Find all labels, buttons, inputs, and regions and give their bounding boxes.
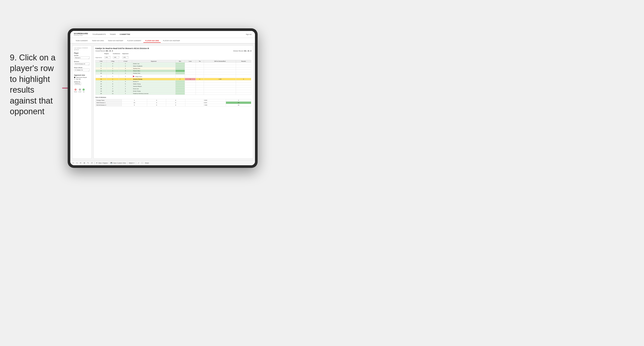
view-original-label: View: Original	[98, 162, 108, 164]
out-of-division-table: Foreign Team 1 0 0 4.500 2 NAIA Division…	[96, 99, 251, 106]
save-icon: 💾	[110, 162, 112, 164]
out-of-division-header: Out of division	[96, 97, 251, 98]
col-loss: Loss	[185, 60, 196, 63]
table-row[interactable]: 5 2 2 Alexis Sudjianto	[96, 65, 251, 67]
table-row[interactable]: 18 2 2 Euna Lee	[96, 88, 251, 90]
colour-by: Colour by Win/loss	[74, 81, 90, 87]
opponent-label: Opponent	[122, 53, 128, 54]
nav-committee[interactable]: COMMITTEE	[120, 32, 130, 36]
table-row[interactable]: 10 6 3 Andrea York	[96, 72, 251, 75]
radio-opponents-played-circle	[74, 77, 75, 78]
division-dropdown[interactable]: NCAA Division III	[74, 63, 90, 65]
region-dropdown[interactable]: (All)	[104, 56, 111, 59]
toolbar-divider	[94, 162, 95, 165]
share-button[interactable]: Share	[145, 162, 149, 164]
opponent-dropdown[interactable]: (All)	[122, 56, 128, 59]
player-rank-group: Player (Rank) 8. Katelyn Vo	[74, 67, 90, 73]
table-row[interactable]: 13 1 1 ▶Heejo Hyun	[96, 75, 251, 78]
col-tie: Tie	[196, 60, 204, 63]
region-label: Region	[104, 53, 111, 54]
instruction-body: Click on a player's row to highlight res…	[10, 53, 56, 116]
legend-down-label: Down	[74, 91, 77, 92]
watch-button[interactable]: Watch ▾	[129, 162, 134, 164]
conference-filter: Conference (All)	[113, 53, 120, 59]
division-group: Division NCAA Division III	[74, 61, 90, 67]
conference-label: Conference	[113, 53, 120, 54]
opponent-view-title: Opponent view	[74, 74, 90, 76]
table-row[interactable]: 14 7 4 Eunice Yi	[96, 80, 251, 83]
table-row[interactable]: 6 1 3 Sydney Kuo	[96, 67, 251, 70]
colour-by-dropdown[interactable]: Win/loss	[74, 82, 81, 85]
bottom-toolbar: ↩ ↪ ⟳ ⊞ ✎ ⏱ 👁 View: Original 💾 Save Cust…	[70, 161, 255, 165]
col-conf: # Conf	[119, 60, 132, 63]
division-record: Division Record: 331 - 34 - 6	[233, 50, 251, 52]
division-record-value: 331 - 34 - 6	[244, 50, 251, 52]
toolbar-divider-3	[127, 162, 128, 165]
sub-nav-player-h2h-grid[interactable]: PLAYER H2H GRID	[144, 39, 161, 43]
sign-out-button[interactable]: Sign out	[246, 33, 252, 35]
save-custom-view-label: Save Custom View	[113, 162, 126, 164]
sub-nav-team-summary[interactable]: TEAM SUMMARY	[74, 39, 90, 43]
opponent-filter: Opponent (All)	[122, 53, 128, 59]
player-rank-dropdown-wrapper[interactable]: 8. Katelyn Vo	[74, 69, 90, 73]
region-dropdown-wrapper[interactable]: (All)	[104, 55, 111, 59]
table-row[interactable]: 3 4 1 Esther Lee	[96, 63, 251, 65]
gender-label: Gender	[74, 55, 90, 56]
radio-top-100[interactable]: Top 100	[74, 78, 90, 80]
radio-opponents-played[interactable]: Opponents Played	[74, 77, 90, 78]
table-row[interactable]: 15 8 5 Stella Cheng	[96, 83, 251, 85]
colour-by-dropdown-wrapper[interactable]: Win/loss	[74, 82, 81, 87]
conference-dropdown[interactable]: (All)	[113, 56, 119, 59]
cursor-arrow: ▶	[133, 75, 135, 77]
table-row[interactable]: 19 10 6 Emily Chang	[96, 90, 251, 92]
grid-button[interactable]: ⊞	[83, 162, 86, 165]
table-row[interactable]: 9 1 4 Sharon Mun	[96, 70, 251, 72]
main-content: Last Updated: 27/03/2024 16:55:28 Player…	[70, 44, 255, 161]
division-dropdown-wrapper[interactable]: NCAA Division III	[74, 63, 90, 67]
redo-button[interactable]: ↪	[76, 162, 78, 165]
view-original-button[interactable]: 👁 View: Original	[96, 162, 108, 164]
col-opponent: Opponent	[132, 60, 175, 63]
undo-button[interactable]: ↩	[72, 162, 74, 165]
nav-tournaments[interactable]: TOURNAMENTS	[92, 32, 106, 36]
save-custom-view-button[interactable]: 💾 Save Custom View	[110, 162, 126, 164]
player-rank-label: Player (Rank)	[74, 67, 90, 68]
legend-level-label: Level	[78, 91, 81, 92]
nav-teams[interactable]: TEAMS	[110, 32, 116, 36]
table-row[interactable]: 16 9 1 Jessica Mason	[96, 85, 251, 88]
sub-nav-player-h2h-heatmap[interactable]: PLAYER H2H HEATMAP	[161, 39, 182, 43]
player-rank-dropdown[interactable]: 8. Katelyn Vo	[74, 69, 90, 71]
resize-button[interactable]: ⤢	[137, 162, 140, 165]
legend-up-circle	[82, 89, 85, 91]
instruction-text: 9. Click on a player's row to highlight …	[10, 52, 62, 117]
refresh-button[interactable]: ⟳	[80, 162, 82, 165]
radio-group: Opponents Played Top 100	[74, 77, 90, 80]
legend-level-circle	[79, 89, 81, 91]
sub-nav-team-h2h-heatmap[interactable]: TEAM H2H HEATMAP	[106, 39, 125, 43]
region-filter: Region (All)	[104, 53, 111, 59]
col-rounds: Rounds	[236, 60, 251, 63]
overall-record: Overall Record: 353 - 34 - 6	[96, 50, 113, 52]
sub-nav-player-summary[interactable]: PLAYER SUMMARY	[126, 39, 143, 43]
col-win: Win	[175, 60, 185, 63]
opponent-dropdown-wrapper[interactable]: (All)	[122, 55, 128, 59]
legend-level: Level	[78, 89, 81, 92]
gender-dropdown[interactable]: Women's	[74, 56, 90, 59]
legend-down-circle	[74, 89, 77, 91]
sub-nav: TEAM SUMMARY TEAM H2H GRID TEAM H2H HEAT…	[70, 38, 255, 44]
radio-opponents-played-label: Opponents Played	[76, 77, 87, 78]
record-row: Overall Record: 353 - 34 - 6 Division Re…	[96, 50, 251, 52]
conference-dropdown-wrapper[interactable]: (All)	[113, 55, 120, 59]
clock-button[interactable]: ⏱	[90, 162, 93, 165]
table-row[interactable]: 20 11 7 Federica Domecq Lacroze	[96, 92, 251, 95]
fullscreen-button[interactable]: ⛶	[141, 162, 144, 165]
edit-button[interactable]: ✎	[87, 162, 89, 165]
sub-nav-team-h2h-grid[interactable]: TEAM H2H GRID	[90, 39, 106, 43]
grid-title: Katelyn Vo Head-to-Head Grid for Women's…	[96, 47, 251, 49]
nav-bar: SCOREBOARD Powered by clippd TOURNAMENTS…	[70, 31, 255, 38]
nav-links: TOURNAMENTS TEAMS COMMITTEE	[92, 32, 246, 36]
table-row[interactable]: 13 1 1 Jessica Huang 0 1 0 -3.00 2	[96, 78, 251, 80]
gender-dropdown-wrapper[interactable]: Women's	[74, 56, 90, 61]
radio-top-100-circle	[74, 78, 75, 80]
last-updated-time: 16:55:28	[74, 49, 90, 51]
